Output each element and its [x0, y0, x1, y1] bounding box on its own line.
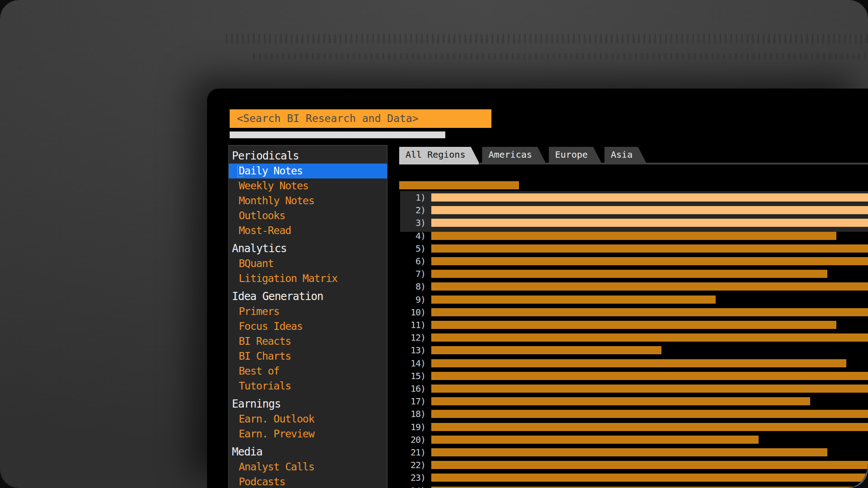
chart-row-label: 13)	[399, 345, 425, 356]
chart-row-label: 23)	[399, 473, 425, 483]
chart-row-label: 9)	[399, 295, 425, 305]
chart-row-1[interactable]: 1)	[399, 192, 868, 203]
chart-row-label: 1)	[399, 192, 425, 203]
chart-bar	[431, 333, 868, 342]
chart-row-23[interactable]: 23)	[399, 473, 868, 483]
chart-row-4[interactable]: 4)	[399, 231, 868, 241]
chart-row-label: 21)	[399, 447, 425, 458]
chart-bar	[431, 346, 661, 354]
chart-bar	[431, 436, 759, 444]
chart-row-label: 15)	[399, 371, 425, 381]
chart-bar	[431, 321, 836, 329]
chart-bar	[431, 219, 868, 227]
chart-row-label: 6)	[399, 256, 425, 267]
terminal-window: <Search BI Research and Data> Periodical…	[207, 89, 868, 488]
chart-row-9[interactable]: 9)	[399, 295, 868, 305]
chart-bar	[431, 193, 868, 202]
chart-bar	[431, 448, 827, 456]
chart-row-17[interactable]: 17)	[399, 396, 868, 407]
chart-bar	[431, 461, 868, 469]
chart-row-12[interactable]: 12)	[399, 333, 868, 343]
chart-row-8[interactable]: 8)	[399, 282, 868, 292]
chart-bar	[431, 232, 836, 240]
chart-row-label: 18)	[399, 409, 425, 419]
chart-row-16[interactable]: 16)	[399, 384, 868, 394]
chart-row-label: 17)	[399, 396, 425, 407]
chart-row-label: 5)	[399, 244, 425, 254]
chart-bar	[431, 206, 868, 214]
chart-row-6[interactable]: 6)	[399, 256, 868, 267]
chart-row-21[interactable]: 21)	[399, 447, 868, 458]
chart-bar	[431, 282, 868, 291]
chart-row-label: 8)	[399, 282, 425, 292]
chart-row-2[interactable]: 2)	[399, 205, 868, 216]
chart-bar	[431, 385, 868, 393]
most-read-bar-chart: 1)2)3)4)5)6)7)8)9)10)11)12)13)14)15)16)1…	[207, 89, 868, 488]
chart-row-19[interactable]: 19)	[399, 422, 868, 432]
chart-row-label: 10)	[399, 307, 425, 318]
chart-row-11[interactable]: 11)	[399, 320, 868, 330]
chart-bar	[431, 308, 868, 316]
screen: <Search BI Research and Data> Periodical…	[0, 0, 868, 488]
chart-bar	[431, 423, 868, 431]
chart-row-label: 12)	[399, 333, 425, 343]
chart-row-5[interactable]: 5)	[399, 244, 868, 254]
chart-row-label: 14)	[399, 358, 425, 369]
chart-row-22[interactable]: 22)	[399, 460, 868, 470]
chart-bar	[431, 397, 810, 405]
chart-row-label: 24)	[399, 486, 425, 488]
chart-row-label: 20)	[399, 435, 425, 445]
chart-row-label: 2)	[399, 205, 425, 216]
chart-row-label: 4)	[399, 231, 425, 241]
chart-row-label: 11)	[399, 320, 425, 330]
chart-row-18[interactable]: 18)	[399, 409, 868, 419]
chart-row-label: 16)	[399, 384, 425, 394]
chart-row-24[interactable]: 24)	[399, 486, 868, 488]
chart-row-20[interactable]: 20)	[399, 435, 868, 445]
chart-row-label: 19)	[399, 422, 425, 432]
chart-bar	[431, 270, 827, 278]
chart-row-7[interactable]: 7)	[399, 269, 868, 279]
chart-row-14[interactable]: 14)	[399, 358, 868, 369]
chart-row-label: 22)	[399, 460, 425, 470]
chart-row-label: 3)	[399, 218, 425, 228]
chart-bar	[431, 474, 868, 482]
chart-bar	[431, 244, 868, 253]
chart-row-label: 7)	[399, 269, 425, 279]
chart-row-15[interactable]: 15)	[399, 371, 868, 381]
chart-bar	[431, 410, 868, 418]
chart-bar	[431, 257, 868, 265]
chart-bar	[431, 372, 868, 380]
chart-bar	[431, 296, 716, 304]
chart-row-13[interactable]: 13)	[399, 345, 868, 356]
chart-row-10[interactable]: 10)	[399, 307, 868, 318]
chart-bar	[431, 359, 846, 367]
chart-row-3[interactable]: 3)	[399, 218, 868, 228]
